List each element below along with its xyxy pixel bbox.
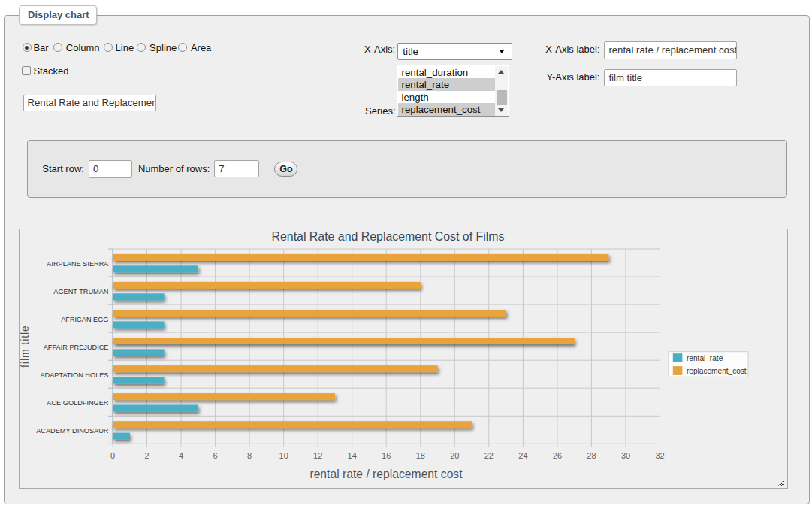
svg-text:32: 32 — [655, 451, 664, 460]
svg-text:2: 2 — [144, 451, 149, 460]
svg-text:ACE GOLDFINGER: ACE GOLDFINGER — [47, 399, 109, 407]
svg-text:26: 26 — [552, 451, 561, 460]
svg-text:AFFAIR PREJUDICE: AFFAIR PREJUDICE — [43, 344, 108, 351]
svg-text:18: 18 — [415, 451, 424, 460]
svg-text:AFRICAN EGG: AFRICAN EGG — [61, 316, 108, 323]
svg-text:ADAPTATION HOLES: ADAPTATION HOLES — [40, 371, 108, 379]
svg-text:12: 12 — [313, 451, 322, 460]
svg-text:28: 28 — [587, 451, 596, 460]
svg-text:replacement_cost: replacement_cost — [687, 367, 747, 375]
svg-text:rental_rate: rental_rate — [687, 354, 723, 362]
svg-text:8: 8 — [247, 451, 252, 460]
svg-text:ACADEMY DINOSAUR: ACADEMY DINOSAUR — [36, 427, 109, 435]
svg-text:30: 30 — [620, 451, 629, 460]
svg-text:20: 20 — [450, 451, 459, 460]
svg-text:14: 14 — [347, 451, 356, 460]
svg-text:4: 4 — [179, 451, 183, 460]
svg-text:AIRPLANE SIERRA: AIRPLANE SIERRA — [47, 260, 109, 268]
svg-text:AGENT TRUMAN: AGENT TRUMAN — [53, 288, 108, 295]
svg-text:film title: film title — [20, 325, 31, 368]
svg-text:Rental Rate and Replacement Co: Rental Rate and Replacement Cost of Film… — [271, 230, 504, 243]
svg-text:22: 22 — [484, 451, 493, 460]
svg-text:10: 10 — [279, 451, 288, 460]
svg-text:24: 24 — [518, 451, 527, 460]
svg-text:6: 6 — [213, 451, 217, 460]
svg-text:rental rate / replacement cost: rental rate / replacement cost — [309, 468, 463, 480]
svg-text:16: 16 — [382, 451, 391, 460]
svg-text:0: 0 — [110, 451, 114, 460]
